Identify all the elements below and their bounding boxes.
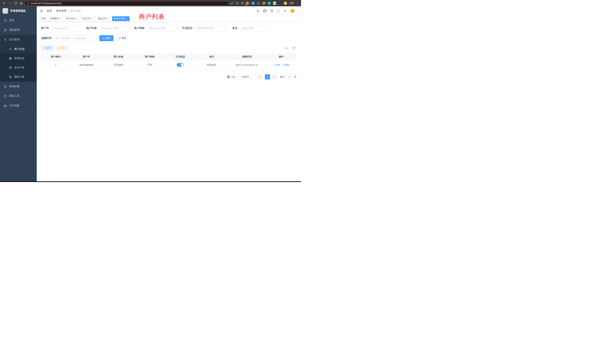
status-label: 开启状态 [182,26,192,30]
browser-update-button[interactable]: 更新 [289,1,294,5]
hamburger-icon[interactable] [40,9,43,13]
sidebar-item-merchant-info[interactable]: 商户信息 [0,44,37,54]
short-name-label: 商户简称 [134,26,145,30]
toggle-search-button[interactable] [284,45,289,51]
browser-forward-button[interactable] [8,2,11,5]
goto-page-input[interactable] [286,74,293,79]
create-time-range-picker[interactable]: - [54,35,95,41]
sidebar: 芋道管理系统 首页 系统管理 支付管理 商户信息 应用信息 [0,6,37,182]
column-header: 商户全称 [103,53,134,60]
app-logo[interactable]: 芋道管理系统 [0,6,37,16]
sidebar-item-app-info[interactable]: 应用信息 [0,54,37,63]
share-icon[interactable] [236,2,239,5]
breadcrumb-item[interactable]: 支付管理 [56,9,66,13]
column-header: 商户简称 [134,53,165,60]
browser-home-button[interactable] [20,2,23,5]
extension-icon[interactable] [251,2,255,5]
date-separator: - [72,37,73,40]
url-bar[interactable]: localhost:1024/pay/merchant [24,1,229,6]
tab-home[interactable]: 首页 [40,16,47,21]
prev-page-button[interactable] [258,74,263,79]
sidebar-item-infra[interactable]: 基础设施 [0,82,37,91]
search-button[interactable]: 搜索 [99,35,113,41]
sidebar-item-pay-order[interactable]: 支付订单 [0,63,37,72]
close-icon[interactable] [60,18,62,20]
sidebar-item-label: 退款订单 [14,75,24,79]
add-button[interactable]: 新增 [41,45,53,51]
browser-menu-icon[interactable] [296,2,299,5]
chevron-down-icon [250,76,252,78]
bank-card-icon [9,48,12,51]
extension-icon[interactable] [284,2,287,5]
close-icon[interactable] [126,18,128,20]
tab-process-form[interactable]: 流程表单 [48,16,63,21]
merchant-no-input[interactable] [51,25,82,31]
extension-icon[interactable] [273,2,276,5]
github-icon[interactable] [263,9,267,13]
extension-icon[interactable] [262,2,265,5]
sidebar-item-system[interactable]: 系统管理 [0,25,37,35]
payment-submenu: 商户信息 应用信息 支付订单 退款订单 [0,44,37,82]
fullscreen-icon[interactable] [277,10,280,13]
status-select[interactable]: 请选择开启状态 [195,25,228,31]
sidebar-item-label: 工作流程 [9,104,20,107]
sidebar-item-payment[interactable]: 支付管理 [0,35,37,44]
extension-badge: 10 [245,4,247,6]
search-icon[interactable] [256,9,260,13]
gear-icon [4,29,7,32]
chevron-down-icon [31,95,33,97]
chevron-up-icon [31,39,33,41]
page-number-active[interactable]: 1 [265,74,270,79]
close-icon[interactable] [108,18,109,20]
date-end-input[interactable] [73,37,86,40]
help-icon[interactable] [270,9,273,13]
search-icon [285,47,288,49]
trash-icon [282,64,284,66]
refresh-table-button[interactable] [291,45,297,51]
sidebar-item-workflow[interactable]: 工作流程 [0,101,37,110]
user-avatar[interactable] [290,9,298,13]
pagination: 共 1 条 10条/页 1 前往 页 [41,74,297,79]
browser-reload-button[interactable] [14,2,17,5]
tab-pay-order[interactable]: 支付订单 [80,16,95,21]
full-name-input[interactable] [99,25,130,31]
bookmark-star-icon[interactable] [241,2,244,5]
sidebar-item-label: 支付订单 [14,66,24,69]
close-icon[interactable] [92,18,94,20]
main-area: 首页 / 支付管理 / 商户信息 商户列表 首页 [37,6,301,182]
page-content: 商户号 商户全称 商户简称 开启状态 请选择开启状态 [37,22,301,79]
sidebar-item-label: 应用信息 [14,57,24,60]
tab-refund-order[interactable]: 退款订单 [96,16,111,21]
chevron-down-icon [31,105,33,107]
browser-back-button[interactable] [3,2,6,5]
extension-icon[interactable] [268,2,271,5]
extension-icon[interactable]: 10 [246,2,249,5]
breadcrumb: 首页 / 支付管理 / 商户信息 [47,9,81,13]
date-start-input[interactable] [58,37,72,40]
remark-input[interactable] [240,25,271,31]
short-name-input[interactable] [147,25,178,31]
yen-icon [4,38,7,41]
cell-remark: 我是备注 [196,60,228,70]
sidebar-item-devtools[interactable]: 研发工具 [0,91,37,101]
extension-icon[interactable] [257,2,260,5]
tab-user-group[interactable]: 用户分组 [64,16,79,21]
reset-button[interactable]: 重置 [115,35,129,41]
font-size-icon[interactable] [283,9,287,13]
export-button[interactable]: 导出 [55,45,67,51]
key-icon[interactable] [231,2,234,5]
sidebar-item-home[interactable]: 首页 [0,16,37,25]
status-toggle[interactable] [177,63,184,67]
close-icon[interactable] [76,18,78,20]
sidebar-item-refund-order[interactable]: 退款订单 [0,72,37,82]
next-page-button[interactable] [272,74,277,79]
page-size-select[interactable]: 10条/页 [237,74,256,79]
extension-icon[interactable] [278,2,281,5]
breadcrumb-item[interactable]: 首页 [47,9,52,13]
edit-link[interactable]: 修改 [273,63,280,66]
breadcrumb-separator: / [68,10,69,12]
tab-merchant-info[interactable]: 商户信息 [112,16,129,21]
delete-link[interactable]: 删除 [282,63,289,66]
column-header: 备注 [196,53,228,60]
page-annotation: 商户列表 [139,13,165,21]
